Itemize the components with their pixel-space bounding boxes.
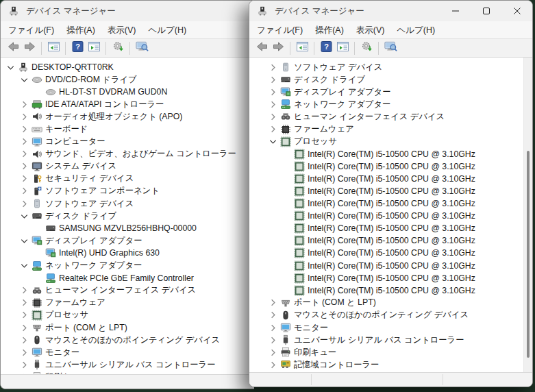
chevron-right-icon[interactable] <box>19 99 29 110</box>
device-search-button[interactable] <box>134 40 150 56</box>
tree-item[interactable]: Intel(R) Core(TM) i5-10500 CPU @ 3.10GHz <box>249 272 532 284</box>
tree-item[interactable]: ファームウェア <box>249 123 532 135</box>
tree-item[interactable]: サウンド、ビデオ、およびゲーム コントローラー <box>1 148 254 160</box>
chevron-right-icon[interactable] <box>19 347 29 358</box>
properties-button[interactable] <box>334 40 351 56</box>
tree-item[interactable]: プロセッサ <box>249 136 532 148</box>
tree-item[interactable]: マウスとそのほかのポインティング デバイス <box>249 309 532 321</box>
tree-item[interactable]: 記憶域コントローラー <box>249 358 532 371</box>
tree-item[interactable]: ディスク ドライブ <box>249 73 532 86</box>
help-button[interactable]: ? <box>69 40 86 56</box>
chevron-right-icon[interactable] <box>19 161 29 171</box>
tree-item[interactable]: SAMSUNG MZVLB256HBHQ-00000 <box>1 222 254 234</box>
chevron-right-icon[interactable] <box>268 124 278 134</box>
vertical-scrollbar[interactable] <box>523 58 532 372</box>
scrollbar-thumb[interactable] <box>527 151 530 358</box>
chevron-right-icon[interactable] <box>268 335 278 345</box>
menu-item-view[interactable]: 表示(V) <box>101 22 142 38</box>
tree-item[interactable]: ヒューマン インターフェイス デバイス <box>249 110 532 123</box>
tree-item[interactable]: ユニバーサル シリアル バス コントローラー <box>1 358 254 371</box>
tree-item[interactable]: Intel(R) Core(TM) i5-10500 CPU @ 3.10GHz <box>249 210 532 222</box>
menu-item-action[interactable]: 操作(A) <box>309 22 350 38</box>
chevron-right-icon[interactable] <box>19 136 29 147</box>
tree-item[interactable]: ソフトウェア デバイス <box>249 61 532 73</box>
device-search-button[interactable] <box>382 40 399 56</box>
tree-item[interactable]: Intel(R) Core(TM) i5-10500 CPU @ 3.10GHz <box>249 160 532 173</box>
chevron-right-icon[interactable] <box>19 310 29 320</box>
tree-item[interactable]: Realtek PCIe GbE Family Controller <box>1 272 254 284</box>
tree-item[interactable]: ヒューマン インターフェイス デバイス <box>1 284 254 297</box>
back-button[interactable] <box>253 40 270 56</box>
chevron-right-icon[interactable] <box>268 62 278 73</box>
chevron-down-icon[interactable] <box>268 136 278 147</box>
help-button[interactable]: ? <box>318 40 334 56</box>
forward-button[interactable] <box>270 40 286 56</box>
tree-item[interactable]: Intel(R) Core(TM) i5-10500 CPU @ 3.10GHz <box>249 173 532 185</box>
tree-item[interactable]: ファームウェア <box>1 297 254 309</box>
tree-item[interactable]: Intel(R) UHD Graphics 630 <box>1 247 254 259</box>
scan-hardware-button[interactable] <box>358 40 375 56</box>
tree-item[interactable]: ソフトウェア コンポーネント <box>1 185 254 197</box>
chevron-right-icon[interactable] <box>19 323 29 333</box>
tree-item[interactable]: マウスとそのほかのポインティング デバイス <box>1 334 254 346</box>
tree-item[interactable]: ポート (COM と LPT) <box>1 321 254 334</box>
chevron-right-icon[interactable] <box>268 360 278 370</box>
menu-item-file[interactable]: ファイル(F) <box>2 22 60 38</box>
chevron-right-icon[interactable] <box>268 99 278 110</box>
chevron-right-icon[interactable] <box>19 186 29 196</box>
tree-item[interactable]: Intel(R) Core(TM) i5-10500 CPU @ 3.10GHz <box>249 260 532 272</box>
tree-item[interactable]: プロセッサ <box>1 309 254 321</box>
tree-item[interactable]: Intel(R) Core(TM) i5-10500 CPU @ 3.10GHz <box>249 222 532 234</box>
tree-item[interactable]: ポート (COM と LPT) <box>249 297 532 309</box>
menu-item-view[interactable]: 表示(V) <box>350 22 391 38</box>
tree-item[interactable]: ソフトウェア デバイス <box>1 197 254 210</box>
chevron-down-icon[interactable] <box>19 211 29 221</box>
tree-item[interactable]: DVD/CD-ROM ドライブ <box>1 73 254 86</box>
tree-item[interactable]: モニター <box>249 321 532 334</box>
menu-item-help[interactable]: ヘルプ(H) <box>390 22 441 38</box>
tree-item[interactable]: ディスプレイ アダプター <box>1 234 254 247</box>
tree-item[interactable]: キーボード <box>1 123 254 135</box>
chevron-right-icon[interactable] <box>268 297 278 308</box>
chevron-right-icon[interactable] <box>19 124 29 134</box>
titlebar[interactable]: デバイス マネージャー <box>1 1 254 21</box>
forward-button[interactable] <box>21 40 38 56</box>
chevron-right-icon[interactable] <box>19 285 29 295</box>
tree-item[interactable]: Intel(R) Core(TM) i5-10500 CPU @ 3.10GHz <box>249 197 532 210</box>
scan-hardware-button[interactable] <box>110 40 126 56</box>
tree-item[interactable]: システム デバイス <box>1 160 254 173</box>
titlebar[interactable]: デバイス マネージャー <box>249 1 532 21</box>
chevron-right-icon[interactable] <box>19 199 29 209</box>
chevron-right-icon[interactable] <box>19 112 29 122</box>
tree-item[interactable]: オーディオ処理オブジェクト (APO) <box>1 110 254 123</box>
tree-item[interactable]: Intel(R) Core(TM) i5-10500 CPU @ 3.10GHz <box>249 247 532 259</box>
tree-item[interactable]: ディスク ドライブ <box>1 210 254 222</box>
properties-button[interactable] <box>86 40 102 56</box>
tree-item[interactable]: ディスプレイ アダプター <box>249 86 532 98</box>
tree-item[interactable]: ユニバーサル シリアル バス コントローラー <box>249 334 532 346</box>
console-tree-button[interactable] <box>45 40 62 56</box>
close-button[interactable] <box>501 1 532 21</box>
menu-item-action[interactable]: 操作(A) <box>60 22 101 38</box>
tree-item[interactable]: IDE ATA/ATAPI コントローラー <box>1 98 254 110</box>
menu-item-help[interactable]: ヘルプ(H) <box>142 22 192 38</box>
chevron-right-icon[interactable] <box>268 75 278 85</box>
chevron-right-icon[interactable] <box>268 87 278 97</box>
menu-item-file[interactable]: ファイル(F) <box>251 22 309 38</box>
chevron-right-icon[interactable] <box>19 297 29 308</box>
chevron-right-icon[interactable] <box>268 310 278 320</box>
tree-item[interactable]: Intel(R) Core(TM) i5-10500 CPU @ 3.10GHz <box>249 148 532 160</box>
chevron-right-icon[interactable] <box>19 149 29 159</box>
tree-item[interactable]: Intel(R) Core(TM) i5-10500 CPU @ 3.10GHz <box>249 185 532 197</box>
chevron-right-icon[interactable] <box>268 112 278 122</box>
tree-item[interactable]: 印刷キュー <box>249 346 532 358</box>
tree-item[interactable]: ネットワーク アダプター <box>249 98 532 110</box>
tree-item[interactable]: Intel(R) Core(TM) i5-10500 CPU @ 3.10GHz <box>249 234 532 247</box>
tree-item[interactable]: ネットワーク アダプター <box>1 260 254 272</box>
chevron-down-icon[interactable] <box>5 62 16 73</box>
tree-item[interactable]: セキュリティ デバイス <box>1 173 254 185</box>
tree-item[interactable]: モニター <box>1 346 254 358</box>
chevron-down-icon[interactable] <box>19 260 29 271</box>
tree-item[interactable]: HL-DT-ST DVDRAM GUD0N <box>1 86 254 98</box>
chevron-down-icon[interactable] <box>19 75 29 85</box>
